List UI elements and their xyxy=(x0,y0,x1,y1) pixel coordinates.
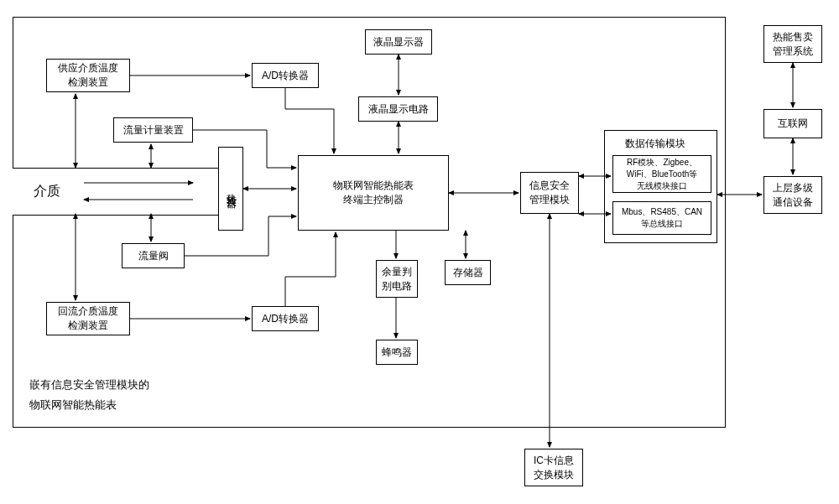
upper-comm-box: 上层多级 通信设备 xyxy=(763,176,822,214)
supply-temp-box: 供应介质温度 检测装置 xyxy=(46,59,130,92)
main-controller-box: 物联网智能热能表 终端主控制器 xyxy=(298,155,449,231)
ad-converter-bottom-box: A/D转换器 xyxy=(252,306,319,331)
return-temp-box: 回流介质温度 检测装置 xyxy=(46,302,130,335)
ic-card-box: IC卡信息 交换模块 xyxy=(524,449,583,486)
data-transfer-title: 数据传输模块 xyxy=(625,137,685,151)
lcd-circuit-box: 液晶显示电路 xyxy=(358,96,438,122)
rf-module-box: RF模块、Zigbee、 WiFi、BlueTooth等 无线模块接口 xyxy=(612,155,711,193)
ad-converter-top-box: A/D转换器 xyxy=(252,63,319,88)
main-label-line1: 嵌有信息安全管理模块的 xyxy=(29,377,149,392)
flow-valve-box: 流量阀 xyxy=(122,243,185,268)
balance-circuit-box: 余量判 别电路 xyxy=(376,260,418,298)
bus-interface-box: Mbus、RS485、CAN 等总线接口 xyxy=(612,201,711,235)
flow-meter-box: 流量计量装置 xyxy=(113,117,193,143)
main-container-label: 嵌有信息安全管理模块的 物联网智能热能表 xyxy=(29,377,149,413)
medium-label: 介质 xyxy=(34,183,60,200)
heat-sale-box: 热能售卖 管理系统 xyxy=(763,25,822,63)
internet-box: 互联网 xyxy=(763,109,822,138)
lcd-display-box: 液晶显示器 xyxy=(365,29,432,55)
info-security-box: 信息安全 管理模块 xyxy=(520,172,579,214)
main-label-line2: 物联网智能热能表 xyxy=(29,397,149,413)
buzzer-box: 蜂鸣器 xyxy=(376,340,418,365)
heat-converter-text: 热转换器 xyxy=(224,185,238,192)
storage-box: 存储器 xyxy=(445,260,491,285)
heat-converter-box: 热转换器 xyxy=(218,147,243,231)
